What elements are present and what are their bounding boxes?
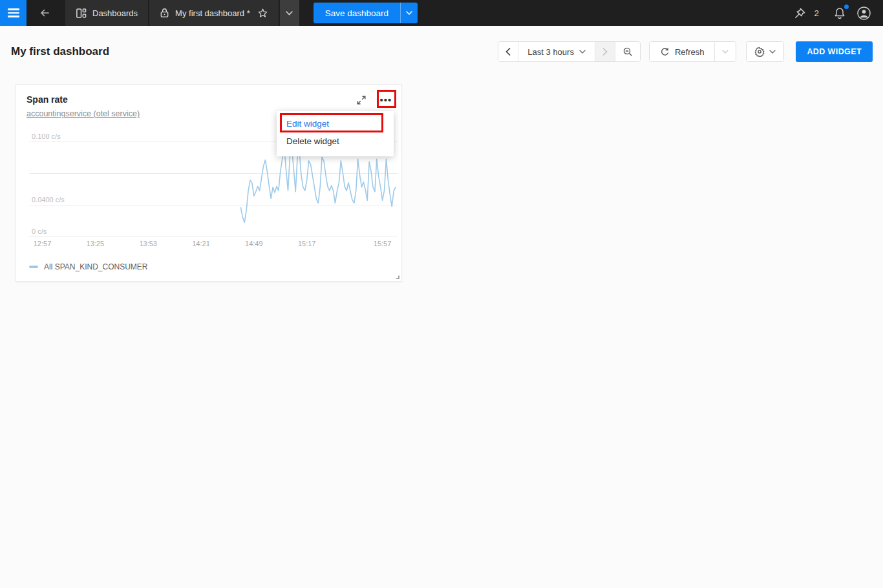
resize-corner-icon xyxy=(394,273,399,279)
dashboard-page: My first dashboard Last 3 hours xyxy=(0,26,883,588)
pin-count-badge: 2 xyxy=(814,8,819,18)
expand-icon xyxy=(356,95,367,105)
lock-icon xyxy=(160,8,169,18)
bell-icon xyxy=(833,6,846,19)
tab-list-dropdown-button[interactable] xyxy=(280,0,299,26)
menu-item-delete-widget[interactable]: Delete widget xyxy=(277,132,394,150)
refresh-icon xyxy=(660,47,670,57)
dashboard-header: My first dashboard Last 3 hours xyxy=(0,26,883,78)
menu-item-edit-widget[interactable]: Edit widget xyxy=(277,115,394,132)
refresh-group: Refresh xyxy=(649,41,737,62)
tab-bar: Dashboards My first dashboard * xyxy=(65,0,299,26)
gear-icon xyxy=(754,47,765,57)
timeframe-selector[interactable]: Last 3 hours xyxy=(518,42,595,61)
chevron-right-icon xyxy=(602,48,608,56)
settings-group xyxy=(746,41,784,62)
timeframe-zoom-out-button[interactable] xyxy=(615,42,640,61)
refresh-button[interactable]: Refresh xyxy=(650,42,715,61)
topbar-right-actions: 2 xyxy=(791,3,883,23)
legend-label: All SPAN_KIND_CONSUMER xyxy=(44,262,147,271)
widget-more-options-button[interactable]: ••• xyxy=(378,92,394,108)
avatar-icon xyxy=(856,6,871,21)
timeframe-group: Last 3 hours xyxy=(498,41,641,62)
tab-my-first-dashboard[interactable]: My first dashboard * xyxy=(149,0,279,26)
chevron-down-icon xyxy=(286,11,293,16)
notifications-button[interactable] xyxy=(831,4,849,22)
y-gridline xyxy=(29,236,398,237)
save-dashboard-dropdown-button[interactable] xyxy=(400,3,418,23)
timeframe-forward-button[interactable] xyxy=(595,42,615,61)
tab-dashboards-label: Dashboards xyxy=(92,8,138,18)
dashboard-settings-button[interactable] xyxy=(747,42,783,61)
chevron-left-icon xyxy=(505,48,511,56)
widget-actions: ••• xyxy=(354,92,394,108)
pin-icon xyxy=(794,7,806,19)
save-dashboard-button[interactable]: Save dashboard xyxy=(314,3,400,23)
timeframe-label: Last 3 hours xyxy=(527,47,574,57)
zoom-out-icon xyxy=(622,47,633,57)
legend-swatch xyxy=(29,266,38,268)
series-line xyxy=(240,145,396,222)
expand-widget-button[interactable] xyxy=(354,92,369,108)
x-axis-tick: 12:57 xyxy=(34,240,52,247)
chevron-down-icon xyxy=(722,50,729,54)
chevron-down-icon xyxy=(579,50,586,54)
tab-my-first-dashboard-label: My first dashboard * xyxy=(175,8,250,18)
user-account-button[interactable] xyxy=(854,3,874,23)
chart-legend[interactable]: All SPAN_KIND_CONSUMER xyxy=(29,262,147,271)
arrow-left-icon xyxy=(39,7,50,19)
refresh-dropdown-button[interactable] xyxy=(714,42,736,61)
x-axis-tick: 13:53 xyxy=(139,240,157,247)
widget-entity-link[interactable]: accountingservice (otel service) xyxy=(27,109,140,118)
star-icon xyxy=(257,8,268,19)
ellipsis-icon: ••• xyxy=(380,97,392,103)
x-axis-tick: 15:17 xyxy=(298,240,316,247)
widget-context-menu: Edit widget Delete widget xyxy=(277,111,394,156)
top-navigation-bar: Dashboards My first dashboard * Save das… xyxy=(0,0,883,26)
chart-x-axis: 12:5713:2513:5314:2114:4915:1715:57 xyxy=(29,240,398,249)
main-menu-button[interactable] xyxy=(0,0,27,26)
tab-dashboards[interactable]: Dashboards xyxy=(65,0,148,26)
page-title: My first dashboard xyxy=(11,45,109,58)
x-axis-tick: 13:25 xyxy=(87,240,105,247)
favorite-star-button[interactable] xyxy=(257,8,268,19)
x-axis-tick: 15:57 xyxy=(374,240,392,247)
chevron-down-icon xyxy=(406,11,412,15)
back-button[interactable] xyxy=(33,0,56,26)
notification-dot xyxy=(844,5,849,9)
add-widget-button[interactable]: ADD WIDGET xyxy=(796,41,873,62)
widget-resize-handle[interactable] xyxy=(394,273,399,279)
save-dashboard-split-button: Save dashboard xyxy=(314,3,418,23)
refresh-label: Refresh xyxy=(675,47,705,57)
timeframe-back-button[interactable] xyxy=(498,42,518,61)
chevron-down-icon xyxy=(769,50,776,54)
dashboard-controls: Last 3 hours xyxy=(498,41,873,62)
dashboards-grid-icon xyxy=(76,8,87,19)
pinned-items-button[interactable] xyxy=(791,5,809,22)
widget-title: Span rate xyxy=(27,94,68,105)
x-axis-tick: 14:49 xyxy=(245,240,263,247)
x-axis-tick: 14:21 xyxy=(192,240,210,247)
